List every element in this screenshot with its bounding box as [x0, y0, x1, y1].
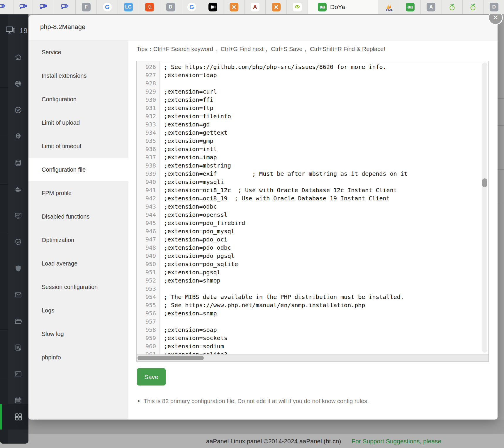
- server-switcher[interactable]: 19: [4, 25, 28, 36]
- editor-code-area[interactable]: 926; See https://github.com/php/php-src/…: [137, 63, 488, 359]
- phpmyadmin-favicon-icon: PMA: [385, 3, 393, 11]
- line-number: 953: [137, 285, 159, 293]
- screen: F G LC D G A aa DoYa PMA aa: [0, 0, 504, 448]
- browser-tab-camera-3[interactable]: [54, 0, 76, 14]
- code-line-938: 938;extension=mbstring: [137, 161, 488, 170]
- sidebar-nav-wordpress[interactable]: W: [14, 106, 22, 114]
- menu-item-optimization[interactable]: Optimization: [28, 228, 128, 252]
- browser-tab-letter-r5[interactable]: D: [484, 0, 504, 14]
- browser-tab-plant-r4[interactable]: [463, 0, 484, 14]
- menu-item-load-average[interactable]: Load average: [28, 252, 128, 275]
- line-number: 931: [137, 104, 159, 112]
- camera-favicon-icon: [60, 3, 69, 11]
- plant-favicon-icon: [448, 3, 457, 11]
- vertical-scroll-thumb[interactable]: [482, 178, 487, 187]
- menu-item-disabled-functions[interactable]: Disabled functions: [28, 205, 128, 228]
- line-number: 948: [137, 244, 159, 252]
- browser-tab-plant-r3[interactable]: [442, 0, 463, 14]
- editor-vertical-scrollbar[interactable]: [482, 62, 487, 353]
- sidebar-nav-sites[interactable]: [14, 80, 22, 88]
- sidebar-group-divider: [0, 378, 8, 378]
- code-line-941: 941;extension=oci8_12c ; Use with Oracle…: [137, 186, 488, 194]
- camera-favicon-icon: [0, 3, 6, 11]
- files-icon: [14, 317, 22, 325]
- aapanel-favicon-icon: aa: [318, 3, 327, 11]
- sites-icon: [14, 80, 22, 88]
- ubuntu-favicon-icon: [145, 3, 154, 11]
- browser-tab-medium-10[interactable]: [202, 0, 223, 14]
- code-line-947: 947;extension=pdo_oci: [137, 235, 488, 244]
- browser-tab-camera-1[interactable]: [13, 0, 33, 14]
- code-line-945: 945;extension=pdo_firebird: [137, 219, 488, 227]
- menu-item-logs[interactable]: Logs: [28, 299, 128, 322]
- dimmed-page-bottom: aaPanel Linux panel ©2014-2024 aaPanel (…: [0, 420, 504, 448]
- browser-tab-camera-0[interactable]: [0, 0, 13, 14]
- menu-item-limit-of-timeout[interactable]: Limit of timeout: [28, 134, 128, 158]
- firewall-icon: [14, 264, 22, 273]
- sidebar-nav-terminal[interactable]: [14, 370, 22, 378]
- camera-favicon-icon: [39, 3, 48, 11]
- menu-item-phpinfo[interactable]: phpinfo: [28, 346, 128, 369]
- code-line-955: 955; See https://www.php.net/manual/en/s…: [137, 301, 488, 309]
- menu-item-service[interactable]: Service: [28, 40, 128, 64]
- browser-tab-active-doya[interactable]: aa DoYa: [308, 0, 379, 14]
- browser-tab-pma-r0[interactable]: PMA: [379, 0, 400, 14]
- menu-item-configuration-file[interactable]: Configuration file: [28, 158, 128, 181]
- browser-tab-nvidia-14[interactable]: [287, 0, 308, 14]
- sidebar-nav-security[interactable]: [14, 238, 22, 246]
- line-number: 940: [137, 178, 159, 186]
- sidebar-nav-firewall[interactable]: [14, 264, 22, 273]
- browser-tab-google-9[interactable]: G: [181, 0, 202, 14]
- svg-text:PMA: PMA: [386, 9, 393, 11]
- line-number: 950: [137, 260, 159, 268]
- browser-tab-letter-6[interactable]: LC: [118, 0, 139, 14]
- line-number: 945: [137, 219, 159, 227]
- line-number: 935: [137, 137, 159, 145]
- code-line-937: 937;extension=imap: [137, 153, 488, 161]
- config-file-editor[interactable]: 926; See https://github.com/php/php-src/…: [136, 61, 489, 362]
- sidebar-nav-logs[interactable]: [14, 344, 22, 352]
- browser-tab-xcross-13[interactable]: [266, 0, 287, 14]
- browser-tab-xcross-11[interactable]: [223, 0, 245, 14]
- save-button[interactable]: Save: [137, 368, 166, 386]
- sidebar-nav-network[interactable]: [14, 132, 22, 141]
- sidebar-nav-monitor[interactable]: [14, 212, 22, 220]
- sidebar-nav-cron[interactable]: [14, 396, 22, 405]
- horizontal-scroll-thumb[interactable]: [138, 356, 204, 360]
- line-number: 946: [137, 227, 159, 235]
- line-number: 957: [137, 317, 159, 326]
- footer-support-link[interactable]: For Support Suggestions, please: [352, 438, 441, 444]
- browser-tab-letter-r2[interactable]: A: [421, 0, 442, 14]
- browser-tab-camera-2[interactable]: [33, 0, 54, 14]
- sidebar-nav-docker[interactable]: [14, 185, 22, 193]
- code-line-949: 949;extension=pdo_pgsql: [137, 252, 488, 260]
- editor-horizontal-scrollbar[interactable]: [137, 354, 488, 361]
- menu-item-limit-of-upload[interactable]: Limit of upload: [28, 111, 128, 134]
- menu-item-session-configuration[interactable]: Session configuration: [28, 275, 128, 299]
- menu-item-fpm-profile[interactable]: FPM profile: [28, 181, 128, 205]
- browser-tab-letter-4[interactable]: F: [76, 0, 97, 14]
- menu-item-configuration[interactable]: Configuration: [28, 87, 128, 111]
- code-line-935: 935;extension=gmp: [137, 137, 488, 145]
- browser-tab-letter-8[interactable]: D: [160, 0, 181, 14]
- code-line-946: 946;extension=pdo_mysql: [137, 227, 488, 235]
- sidebar-nav-files[interactable]: [14, 317, 22, 325]
- menu-item-slow-log[interactable]: Slow log: [28, 322, 128, 346]
- code-line-936: 936;extension=intl: [137, 145, 488, 153]
- sidebar-nav-mail[interactable]: [14, 291, 22, 299]
- browser-tab-alogo-12[interactable]: A: [245, 0, 266, 14]
- sidebar-nav-appstore[interactable]: App Store: [0, 404, 28, 430]
- sidebar-nav-home[interactable]: [14, 53, 22, 61]
- menu-item-install-extensions[interactable]: Install extensions: [28, 64, 128, 87]
- browser-tab-aa-r1[interactable]: aa: [400, 0, 421, 14]
- browser-tab-google-5[interactable]: G: [97, 0, 118, 14]
- code-line-939: 939;extension=exif ; Must be after mbstr…: [137, 170, 488, 178]
- code-line-953: 953: [137, 285, 488, 293]
- google-favicon-icon: G: [187, 3, 196, 11]
- line-number: 960: [137, 342, 159, 350]
- line-number: 929: [137, 87, 159, 96]
- server-ip-label: 19: [20, 27, 28, 35]
- letter-favicon-icon: LC: [124, 3, 133, 11]
- browser-tab-ubuntu-7[interactable]: [139, 0, 160, 14]
- sidebar-nav-database[interactable]: [14, 159, 22, 167]
